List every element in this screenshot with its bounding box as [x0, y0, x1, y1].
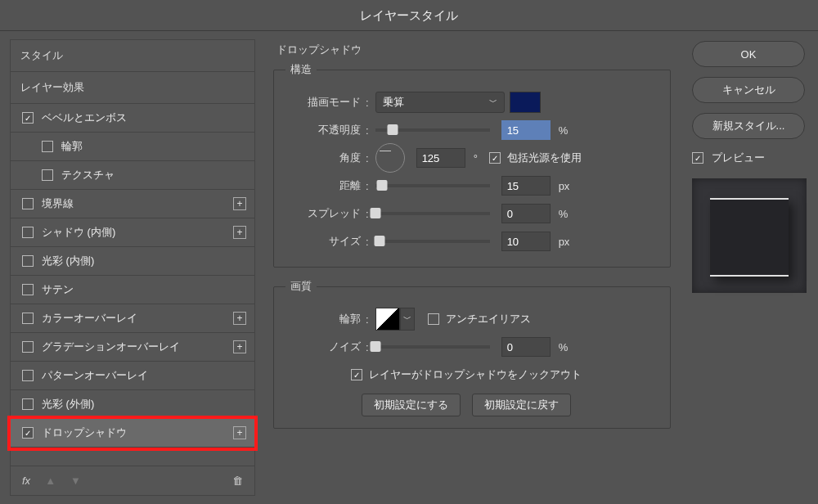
add-effect-icon[interactable]: +	[233, 226, 246, 239]
sidebar-item-pattern-overlay[interactable]: パターンオーバーレイ	[11, 362, 254, 390]
sidebar-item-color-overlay[interactable]: カラーオーバーレイ +	[11, 304, 254, 333]
checkbox-icon[interactable]	[22, 284, 34, 295]
sidebar-item-label: グラデーションオーバーレイ	[42, 340, 180, 354]
antialias-label: アンチエイリアス	[446, 312, 531, 326]
cancel-button[interactable]: キャンセル	[692, 77, 805, 103]
blend-mode-select[interactable]: 乗算 ﹀	[375, 92, 505, 113]
sidebar-item-satin[interactable]: サテン	[11, 276, 254, 304]
quality-group: 画質 輪郭: ﹀ アンチエイリアス ノイズ: 0 % レイヤーがドロップシャドウ…	[273, 279, 671, 429]
styles-header[interactable]: スタイル	[11, 40, 254, 72]
checkbox-icon[interactable]	[22, 313, 34, 324]
quality-legend: 画質	[285, 279, 317, 294]
sidebar-item-bevel-emboss[interactable]: ベベルとエンボス	[11, 104, 254, 133]
sidebar-item-label: サテン	[42, 282, 74, 297]
sidebar-footer: fx ▲ ▼ 🗑	[11, 466, 254, 495]
dialog-title: レイヤースタイル	[0, 0, 818, 31]
angle-label: 角度	[274, 151, 361, 165]
blend-mode-value: 乗算	[383, 95, 404, 110]
checkbox-icon[interactable]	[22, 198, 34, 209]
sidebar-item-label: カラーオーバーレイ	[42, 311, 137, 326]
sidebar-item-outer-glow[interactable]: 光彩 (外側)	[11, 390, 254, 419]
opacity-label: 不透明度	[274, 123, 361, 137]
checkbox-icon[interactable]	[22, 112, 34, 124]
opacity-unit: %	[559, 124, 569, 137]
sidebar-item-label: ドロップシャドウ	[42, 425, 127, 440]
sidebar-item-label: 境界線	[42, 196, 74, 211]
ok-button[interactable]: OK	[692, 41, 805, 67]
sidebar-item-inner-glow[interactable]: 光彩 (内側)	[11, 247, 254, 276]
opacity-slider[interactable]	[375, 128, 490, 132]
structure-group: 構造 描画モード: 乗算 ﹀ 不透明度: 15 % 角度: 125 °	[273, 62, 671, 268]
spread-slider[interactable]	[375, 212, 490, 215]
distance-unit: px	[559, 180, 570, 192]
sidebar-item-gradient-overlay[interactable]: グラデーションオーバーレイ +	[11, 333, 254, 362]
checkbox-icon[interactable]	[22, 427, 34, 439]
checkbox-icon[interactable]	[22, 255, 34, 267]
sidebar-item-label: 輪郭	[61, 139, 83, 154]
contour-preview[interactable]	[375, 308, 400, 331]
chevron-down-icon: ﹀	[489, 97, 497, 108]
size-unit: px	[559, 236, 570, 248]
sidebar-item-label: シャドウ (内側)	[42, 225, 115, 240]
dialog-buttons: OK キャンセル 新規スタイル... プレビュー	[679, 31, 818, 504]
preview-thumbnail	[692, 178, 807, 293]
sidebar-item-inner-shadow[interactable]: シャドウ (内側) +	[11, 218, 254, 247]
trash-icon[interactable]: 🗑	[232, 475, 243, 487]
preview-label: プレビュー	[712, 151, 765, 165]
settings-panel: ドロップシャドウ 構造 描画モード: 乗算 ﹀ 不透明度: 15 % 角度:	[255, 31, 679, 504]
spread-input[interactable]: 0	[501, 204, 551, 223]
sidebar-item-label: テクスチャ	[61, 168, 115, 182]
panel-title: ドロップシャドウ	[276, 43, 671, 57]
angle-input[interactable]: 125	[416, 148, 465, 168]
knockout-checkbox[interactable]	[351, 369, 362, 380]
angle-dial[interactable]	[375, 143, 405, 173]
move-up-icon[interactable]: ▲	[45, 475, 56, 487]
checkbox-icon[interactable]	[42, 141, 53, 152]
checkbox-icon[interactable]	[22, 398, 34, 410]
knockout-label: レイヤーがドロップシャドウをノックアウト	[369, 367, 582, 382]
spread-label: スプレッド	[274, 206, 361, 221]
checkbox-icon[interactable]	[22, 341, 34, 353]
contour-picker[interactable]: ﹀	[400, 308, 415, 331]
noise-unit: %	[559, 341, 569, 353]
sidebar-item-stroke[interactable]: 境界線 +	[11, 190, 254, 218]
size-label: サイズ	[274, 234, 361, 249]
chevron-down-icon: ﹀	[403, 313, 411, 325]
sidebar-item-contour[interactable]: 輪郭	[11, 133, 254, 161]
new-style-button[interactable]: 新規スタイル...	[692, 113, 805, 139]
sidebar-item-drop-shadow[interactable]: ドロップシャドウ +	[11, 419, 254, 448]
checkbox-icon[interactable]	[22, 370, 34, 381]
global-light-label: 包括光源を使用	[507, 151, 582, 165]
size-slider[interactable]	[375, 240, 490, 243]
noise-label: ノイズ	[274, 340, 361, 354]
preview-checkbox[interactable]	[692, 152, 703, 164]
noise-slider[interactable]	[375, 345, 490, 349]
sidebar-item-label: パターンオーバーレイ	[42, 368, 148, 383]
fx-menu-icon[interactable]: fx	[22, 475, 30, 487]
global-light-checkbox[interactable]	[489, 152, 501, 164]
structure-legend: 構造	[285, 62, 317, 77]
spread-unit: %	[559, 208, 569, 220]
add-effect-icon[interactable]: +	[233, 426, 246, 439]
checkbox-icon[interactable]	[42, 169, 53, 181]
angle-unit: °	[474, 152, 478, 164]
make-default-button[interactable]: 初期設定にする	[362, 394, 461, 416]
styles-sidebar: スタイル レイヤー効果 ベベルとエンボス 輪郭 テクスチャ 境界線 + シャドウ…	[10, 39, 255, 496]
sidebar-item-texture[interactable]: テクスチャ	[11, 161, 254, 190]
opacity-input[interactable]: 15	[501, 120, 551, 140]
add-effect-icon[interactable]: +	[233, 312, 246, 325]
distance-slider[interactable]	[375, 184, 490, 187]
blend-mode-label: 描画モード	[274, 95, 361, 110]
add-effect-icon[interactable]: +	[233, 340, 246, 353]
size-input[interactable]: 10	[501, 232, 551, 251]
distance-input[interactable]: 15	[501, 176, 551, 196]
move-down-icon[interactable]: ▼	[70, 475, 81, 487]
add-effect-icon[interactable]: +	[233, 197, 246, 210]
layer-effects-header[interactable]: レイヤー効果	[11, 72, 254, 104]
noise-input[interactable]: 0	[501, 337, 551, 357]
antialias-checkbox[interactable]	[428, 313, 439, 325]
checkbox-icon[interactable]	[22, 227, 34, 238]
distance-label: 距離	[274, 178, 361, 193]
reset-default-button[interactable]: 初期設定に戻す	[472, 394, 571, 416]
shadow-color-swatch[interactable]	[510, 92, 541, 113]
